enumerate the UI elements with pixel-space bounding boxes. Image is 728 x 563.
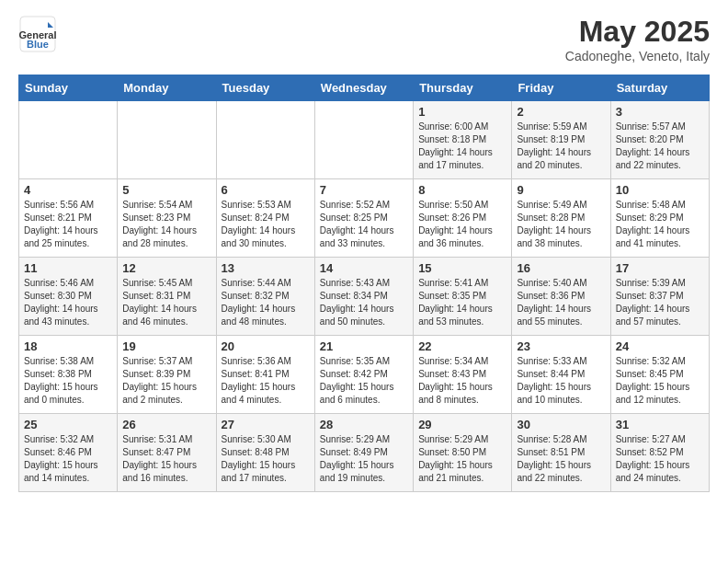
calendar-table: SundayMondayTuesdayWednesdayThursdayFrid… bbox=[18, 75, 710, 492]
header-row: SundayMondayTuesdayWednesdayThursdayFrid… bbox=[19, 75, 710, 101]
day-cell: 22Sunrise: 5:34 AM Sunset: 8:43 PM Dayli… bbox=[414, 336, 512, 414]
col-header-monday: Monday bbox=[118, 75, 216, 101]
day-info: Sunrise: 5:50 AM Sunset: 8:26 PM Dayligh… bbox=[418, 199, 506, 250]
day-info: Sunrise: 5:49 AM Sunset: 8:28 PM Dayligh… bbox=[517, 199, 605, 250]
day-cell: 25Sunrise: 5:32 AM Sunset: 8:46 PM Dayli… bbox=[19, 414, 118, 492]
week-row-1: 1Sunrise: 6:00 AM Sunset: 8:18 PM Daylig… bbox=[19, 101, 710, 179]
day-info: Sunrise: 5:56 AM Sunset: 8:21 PM Dayligh… bbox=[24, 199, 112, 250]
day-number: 9 bbox=[517, 183, 605, 197]
day-cell: 24Sunrise: 5:32 AM Sunset: 8:45 PM Dayli… bbox=[610, 336, 709, 414]
day-info: Sunrise: 5:33 AM Sunset: 8:44 PM Dayligh… bbox=[517, 355, 605, 407]
day-cell: 18Sunrise: 5:38 AM Sunset: 8:38 PM Dayli… bbox=[19, 336, 118, 414]
day-cell bbox=[19, 101, 118, 179]
day-cell bbox=[314, 101, 413, 179]
day-info: Sunrise: 5:32 AM Sunset: 8:45 PM Dayligh… bbox=[616, 355, 704, 407]
day-cell: 11Sunrise: 5:46 AM Sunset: 8:30 PM Dayli… bbox=[19, 258, 118, 336]
day-number: 15 bbox=[418, 261, 506, 275]
day-info: Sunrise: 5:44 AM Sunset: 8:32 PM Dayligh… bbox=[222, 277, 310, 328]
day-cell: 16Sunrise: 5:40 AM Sunset: 8:36 PM Dayli… bbox=[512, 258, 610, 336]
day-cell: 1Sunrise: 6:00 AM Sunset: 8:18 PM Daylig… bbox=[414, 101, 512, 179]
day-cell: 21Sunrise: 5:35 AM Sunset: 8:42 PM Dayli… bbox=[314, 336, 413, 414]
day-number: 19 bbox=[122, 339, 210, 353]
page: General Blue May 2025 Cadoneghe, Veneto,… bbox=[0, 0, 728, 507]
day-cell: 19Sunrise: 5:37 AM Sunset: 8:39 PM Dayli… bbox=[118, 336, 216, 414]
day-info: Sunrise: 5:43 AM Sunset: 8:34 PM Dayligh… bbox=[320, 277, 408, 328]
week-row-4: 18Sunrise: 5:38 AM Sunset: 8:38 PM Dayli… bbox=[19, 336, 710, 414]
day-number: 25 bbox=[24, 418, 112, 431]
day-cell: 27Sunrise: 5:30 AM Sunset: 8:48 PM Dayli… bbox=[216, 414, 314, 492]
col-header-saturday: Saturday bbox=[610, 75, 709, 101]
day-info: Sunrise: 5:46 AM Sunset: 8:30 PM Dayligh… bbox=[24, 277, 112, 328]
day-number: 16 bbox=[517, 261, 605, 275]
day-number: 12 bbox=[122, 261, 210, 275]
day-number: 24 bbox=[616, 339, 704, 353]
day-number: 27 bbox=[222, 418, 310, 431]
day-number: 29 bbox=[418, 418, 506, 431]
day-number: 10 bbox=[616, 183, 704, 197]
day-number: 7 bbox=[320, 183, 408, 197]
day-info: Sunrise: 5:29 AM Sunset: 8:49 PM Dayligh… bbox=[320, 433, 408, 485]
day-info: Sunrise: 5:41 AM Sunset: 8:35 PM Dayligh… bbox=[418, 277, 506, 328]
col-header-thursday: Thursday bbox=[414, 75, 512, 101]
day-cell: 31Sunrise: 5:27 AM Sunset: 8:52 PM Dayli… bbox=[610, 414, 709, 492]
day-cell: 30Sunrise: 5:28 AM Sunset: 8:51 PM Dayli… bbox=[512, 414, 610, 492]
day-number: 13 bbox=[222, 261, 310, 275]
month-title: May 2025 bbox=[565, 15, 710, 49]
day-cell: 2Sunrise: 5:59 AM Sunset: 8:19 PM Daylig… bbox=[512, 101, 610, 179]
day-info: Sunrise: 5:27 AM Sunset: 8:52 PM Dayligh… bbox=[616, 433, 704, 485]
week-row-3: 11Sunrise: 5:46 AM Sunset: 8:30 PM Dayli… bbox=[19, 258, 710, 336]
day-info: Sunrise: 5:37 AM Sunset: 8:39 PM Dayligh… bbox=[122, 355, 210, 407]
day-cell: 12Sunrise: 5:45 AM Sunset: 8:31 PM Dayli… bbox=[118, 258, 216, 336]
day-info: Sunrise: 5:32 AM Sunset: 8:46 PM Dayligh… bbox=[24, 433, 112, 485]
week-row-5: 25Sunrise: 5:32 AM Sunset: 8:46 PM Dayli… bbox=[19, 414, 710, 492]
day-number: 18 bbox=[24, 339, 112, 353]
day-info: Sunrise: 5:28 AM Sunset: 8:51 PM Dayligh… bbox=[517, 433, 605, 485]
day-info: Sunrise: 6:00 AM Sunset: 8:18 PM Dayligh… bbox=[418, 121, 506, 172]
day-info: Sunrise: 5:52 AM Sunset: 8:25 PM Dayligh… bbox=[320, 199, 408, 250]
day-info: Sunrise: 5:48 AM Sunset: 8:29 PM Dayligh… bbox=[616, 199, 704, 250]
day-info: Sunrise: 5:29 AM Sunset: 8:50 PM Dayligh… bbox=[418, 433, 506, 485]
day-number: 20 bbox=[222, 339, 310, 353]
day-number: 8 bbox=[418, 183, 506, 197]
day-info: Sunrise: 5:34 AM Sunset: 8:43 PM Dayligh… bbox=[418, 355, 506, 407]
col-header-sunday: Sunday bbox=[19, 75, 118, 101]
day-cell: 28Sunrise: 5:29 AM Sunset: 8:49 PM Dayli… bbox=[314, 414, 413, 492]
day-cell bbox=[216, 101, 314, 179]
day-cell: 15Sunrise: 5:41 AM Sunset: 8:35 PM Dayli… bbox=[414, 258, 512, 336]
col-header-tuesday: Tuesday bbox=[216, 75, 314, 101]
day-cell: 6Sunrise: 5:53 AM Sunset: 8:24 PM Daylig… bbox=[216, 179, 314, 258]
header: General Blue May 2025 Cadoneghe, Veneto,… bbox=[18, 15, 710, 63]
day-number: 17 bbox=[616, 261, 704, 275]
day-number: 11 bbox=[24, 261, 112, 275]
day-number: 14 bbox=[320, 261, 408, 275]
logo-icon: General Blue bbox=[18, 15, 57, 53]
day-cell: 13Sunrise: 5:44 AM Sunset: 8:32 PM Dayli… bbox=[216, 258, 314, 336]
day-number: 31 bbox=[616, 418, 704, 431]
day-info: Sunrise: 5:45 AM Sunset: 8:31 PM Dayligh… bbox=[122, 277, 210, 328]
day-cell: 5Sunrise: 5:54 AM Sunset: 8:23 PM Daylig… bbox=[118, 179, 216, 258]
day-cell: 29Sunrise: 5:29 AM Sunset: 8:50 PM Dayli… bbox=[414, 414, 512, 492]
day-number: 4 bbox=[24, 183, 112, 197]
day-info: Sunrise: 5:57 AM Sunset: 8:20 PM Dayligh… bbox=[616, 121, 704, 172]
day-info: Sunrise: 5:39 AM Sunset: 8:37 PM Dayligh… bbox=[616, 277, 704, 328]
day-info: Sunrise: 5:54 AM Sunset: 8:23 PM Dayligh… bbox=[122, 199, 210, 250]
day-cell: 10Sunrise: 5:48 AM Sunset: 8:29 PM Dayli… bbox=[610, 179, 709, 258]
day-number: 26 bbox=[122, 418, 210, 431]
title-section: May 2025 Cadoneghe, Veneto, Italy bbox=[565, 15, 710, 63]
day-number: 5 bbox=[122, 183, 210, 197]
day-cell: 9Sunrise: 5:49 AM Sunset: 8:28 PM Daylig… bbox=[512, 179, 610, 258]
day-info: Sunrise: 5:59 AM Sunset: 8:19 PM Dayligh… bbox=[517, 121, 605, 172]
logo: General Blue bbox=[18, 15, 57, 57]
day-info: Sunrise: 5:31 AM Sunset: 8:47 PM Dayligh… bbox=[122, 433, 210, 485]
day-info: Sunrise: 5:40 AM Sunset: 8:36 PM Dayligh… bbox=[517, 277, 605, 328]
day-number: 6 bbox=[222, 183, 310, 197]
day-info: Sunrise: 5:35 AM Sunset: 8:42 PM Dayligh… bbox=[320, 355, 408, 407]
day-number: 28 bbox=[320, 418, 408, 431]
subtitle: Cadoneghe, Veneto, Italy bbox=[565, 49, 710, 63]
day-info: Sunrise: 5:38 AM Sunset: 8:38 PM Dayligh… bbox=[24, 355, 112, 407]
day-number: 21 bbox=[320, 339, 408, 353]
day-info: Sunrise: 5:30 AM Sunset: 8:48 PM Dayligh… bbox=[222, 433, 310, 485]
day-cell: 14Sunrise: 5:43 AM Sunset: 8:34 PM Dayli… bbox=[314, 258, 413, 336]
day-number: 1 bbox=[418, 105, 506, 119]
day-cell: 4Sunrise: 5:56 AM Sunset: 8:21 PM Daylig… bbox=[19, 179, 118, 258]
